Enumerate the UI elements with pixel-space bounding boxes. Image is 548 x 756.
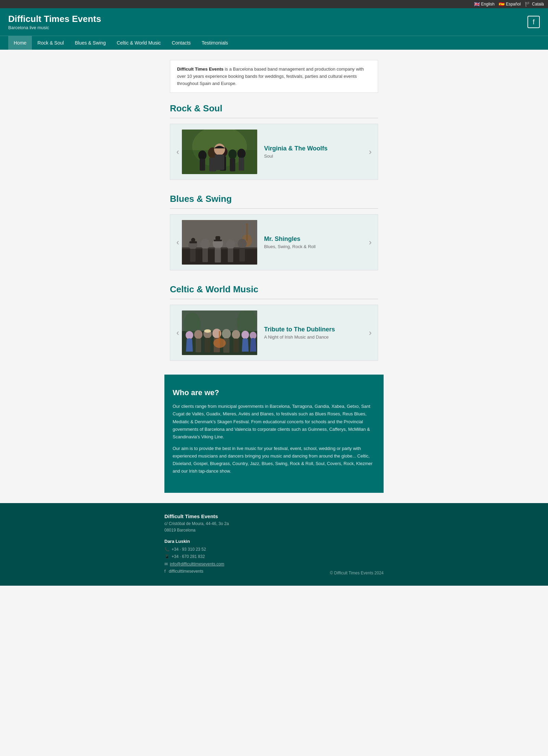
svg-point-3 (198, 150, 207, 160)
celtic-carousel-prev[interactable]: ‹ (174, 329, 182, 337)
footer-address: c/ Cristóbal de Moura, 44-46, 3o 2a 0801… (164, 521, 229, 534)
who-inner: Who are we? Our clients range from munic… (173, 388, 375, 475)
who-title: Who are we? (173, 388, 375, 397)
blues-carousel-prev[interactable]: ‹ (174, 238, 182, 246)
rock-band-illustration (182, 130, 257, 174)
nav-testimonials[interactable]: Testimonials (196, 36, 234, 50)
rock-soul-divider (170, 118, 378, 118)
nav-rock-soul[interactable]: Rock & Soul (32, 36, 69, 50)
footer-copyright: © Difficult Times Events 2024 (330, 571, 384, 575)
svg-point-33 (238, 239, 247, 248)
rock-carousel-prev[interactable]: ‹ (174, 148, 182, 156)
main-content: Difficult Times Events is a Barcelona ba… (164, 50, 384, 503)
blues-image-inner (182, 220, 257, 265)
svg-point-31 (226, 240, 235, 249)
site-title-block: Difficult Times Events Barcelona live mu… (8, 14, 101, 30)
flag-uk-icon: 🇬🇧 (474, 1, 480, 7)
svg-point-39 (186, 331, 193, 339)
celtic-band-image (182, 310, 257, 355)
celtic-band-info: Tribute to The Dubliners A Night of Iris… (264, 326, 366, 340)
rock-soul-carousel: ‹ (170, 124, 378, 180)
intro-brand: Difficult Times Events (177, 66, 224, 72)
rock-carousel-next[interactable]: › (366, 148, 374, 156)
svg-rect-53 (233, 339, 239, 352)
celtic-carousel-next[interactable]: › (366, 329, 374, 337)
blues-carousel-next[interactable]: › (366, 238, 374, 246)
svg-rect-43 (205, 338, 210, 352)
svg-point-9 (228, 149, 237, 159)
who-section: Who are we? Our clients range from munic… (164, 375, 384, 493)
svg-point-54 (241, 331, 249, 339)
blues-swing-section-title: Blues & Swing (170, 194, 378, 204)
footer-contact-details: 📞+34 · 93 310 23 52 📱+34 · 670 281 832 ✉… (164, 546, 229, 575)
footer-brand: Difficult Times Events (164, 513, 229, 519)
nav-home[interactable]: Home (8, 36, 32, 50)
svg-rect-27 (215, 248, 221, 263)
celtic-carousel: ‹ (170, 305, 378, 361)
footer-right: © Difficult Times Events 2024 (330, 571, 384, 575)
phone-icon: 📞 (164, 547, 170, 552)
svg-rect-25 (202, 248, 208, 262)
site-header: Difficult Times Events Barcelona live mu… (0, 8, 548, 36)
svg-rect-32 (228, 248, 233, 262)
lang-catala[interactable]: 🏴 Català (525, 1, 544, 7)
who-paragraph2: Our aim is to provide the best in live m… (173, 445, 375, 475)
svg-rect-4 (200, 159, 205, 171)
celtic-band-illustration (182, 310, 257, 355)
nav-contacts[interactable]: Contacts (166, 36, 196, 50)
celtic-band-name: Tribute to The Dubliners (264, 326, 366, 333)
svg-rect-51 (219, 331, 220, 343)
svg-point-13 (214, 144, 225, 155)
site-subtitle: Barcelona live music (8, 25, 101, 30)
fb-icon: f (164, 569, 165, 574)
nav-blues-swing[interactable]: Blues & Swing (69, 36, 111, 50)
nav-celtic-world[interactable]: Celtic & World Music (111, 36, 166, 50)
language-bar: 🇬🇧 English 🇪🇸 Español 🏴 Català (0, 0, 548, 8)
svg-rect-12 (239, 158, 244, 171)
svg-rect-30 (215, 236, 220, 240)
footer-inner: Difficult Times Events c/ Cristóbal de M… (164, 513, 384, 575)
main-nav: Home Rock & Soul Blues & Swing Celtic & … (0, 36, 548, 50)
blues-band-illustration (182, 220, 257, 265)
svg-rect-19 (246, 223, 248, 241)
rock-band-info: Virginia & The Woolfs Soul (264, 145, 366, 159)
rock-soul-section-title: Rock & Soul (170, 103, 378, 114)
blues-carousel-content: Mr. Shingles Blues, Swing, Rock & Roll (182, 220, 366, 265)
lang-espanol[interactable]: 🇪🇸 Español (499, 1, 521, 7)
celtic-image-inner (182, 310, 257, 355)
rock-band-name: Virginia & The Woolfs (264, 145, 366, 152)
email-icon: ✉ (164, 562, 168, 566)
who-paragraph1: Our clients range from municipal governm… (173, 403, 375, 440)
celtic-divider (170, 299, 378, 299)
facebook-header-link[interactable]: f (527, 16, 540, 28)
svg-rect-23 (191, 238, 195, 242)
footer-contact: Dara Luskin 📞+34 · 93 310 23 52 📱+34 · 6… (164, 539, 229, 575)
lang-english[interactable]: 🇬🇧 English (474, 1, 495, 7)
blues-band-image (182, 220, 257, 265)
svg-point-40 (194, 330, 202, 339)
svg-rect-21 (190, 249, 196, 262)
svg-point-52 (232, 330, 240, 339)
intro-box: Difficult Times Events is a Barcelona ba… (170, 60, 378, 93)
blues-swing-carousel: ‹ (170, 214, 378, 270)
footer-left: Difficult Times Events c/ Cristóbal de M… (164, 513, 229, 575)
blues-band-genre: Blues, Swing, Rock & Roll (264, 244, 366, 249)
rock-band-image (182, 130, 257, 174)
svg-rect-10 (230, 158, 235, 171)
footer-contact-name: Dara Luskin (164, 539, 229, 544)
celtic-carousel-content: Tribute to The Dubliners A Night of Iris… (182, 310, 366, 355)
svg-rect-34 (239, 248, 245, 261)
footer-email-link[interactable]: info@difficulttimesevents.com (170, 562, 224, 566)
blues-divider (170, 208, 378, 209)
rock-image-inner (182, 130, 257, 174)
rock-band-genre: Soul (264, 154, 366, 159)
svg-point-11 (237, 149, 246, 158)
svg-rect-41 (196, 339, 201, 352)
celtic-band-genre: A Night of Irish Music and Dance (264, 334, 366, 340)
svg-rect-28 (215, 247, 220, 249)
site-title: Difficult Times Events (8, 14, 101, 24)
svg-point-24 (200, 239, 210, 249)
phone2-icon: 📱 (164, 554, 170, 559)
svg-rect-45 (205, 330, 210, 332)
blues-band-info: Mr. Shingles Blues, Swing, Rock & Roll (264, 235, 366, 249)
